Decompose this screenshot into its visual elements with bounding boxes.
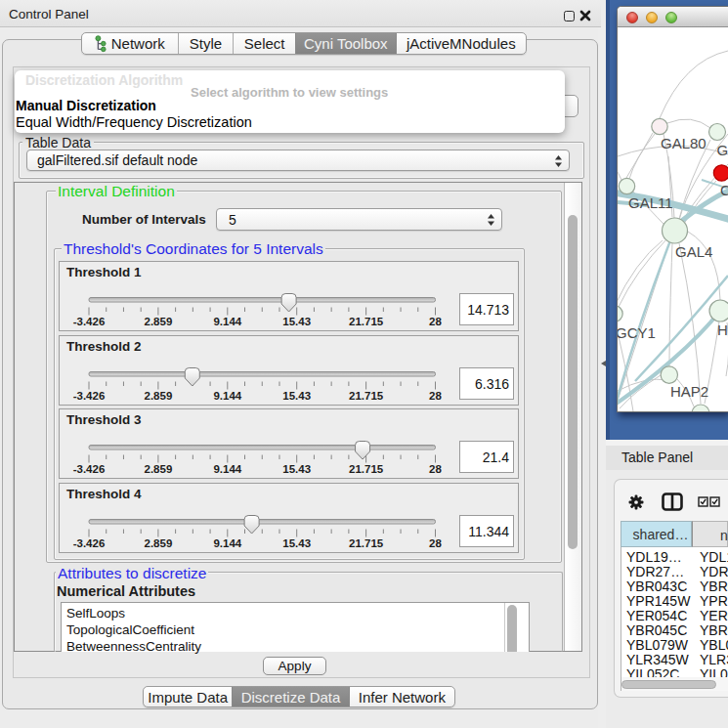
svg-text:28: 28 [429,390,442,402]
svg-text:-3.426: -3.426 [73,463,106,475]
svg-text:21.715: 21.715 [349,463,384,475]
svg-text:GAL11: GAL11 [628,194,673,211]
svg-text:2.859: 2.859 [145,390,173,402]
svg-text:9.144: 9.144 [213,463,241,475]
svg-text:HAP2: HAP2 [670,383,708,400]
svg-text:28: 28 [429,316,442,327]
svg-text:21.715: 21.715 [349,390,384,402]
svg-text:9.144: 9.144 [213,316,241,327]
svg-text:15.43: 15.43 [282,316,311,327]
svg-text:9.144: 9.144 [213,390,241,402]
svg-text:-3.426: -3.426 [73,316,106,327]
svg-text:GAL80: GAL80 [661,135,707,151]
svg-text:15.43: 15.43 [282,463,311,475]
svg-text:G.: G. [717,142,728,158]
svg-text:2.859: 2.859 [145,316,173,327]
svg-text:H: H [717,321,728,338]
svg-text:21.715: 21.715 [349,316,384,327]
svg-text:21.715: 21.715 [349,537,384,549]
svg-text:9.144: 9.144 [213,537,241,549]
svg-text:-3.426: -3.426 [73,390,106,402]
svg-text:28: 28 [429,537,442,549]
svg-text:28: 28 [429,463,442,475]
svg-text:C: C [720,182,728,198]
svg-text:15.43: 15.43 [282,390,311,402]
svg-text:GAL4: GAL4 [675,243,712,260]
svg-text:-3.426: -3.426 [73,537,106,549]
svg-text:15.43: 15.43 [282,537,311,549]
svg-text:2.859: 2.859 [145,537,173,549]
svg-text:2.859: 2.859 [145,463,173,475]
svg-text:GCY1: GCY1 [618,324,656,341]
